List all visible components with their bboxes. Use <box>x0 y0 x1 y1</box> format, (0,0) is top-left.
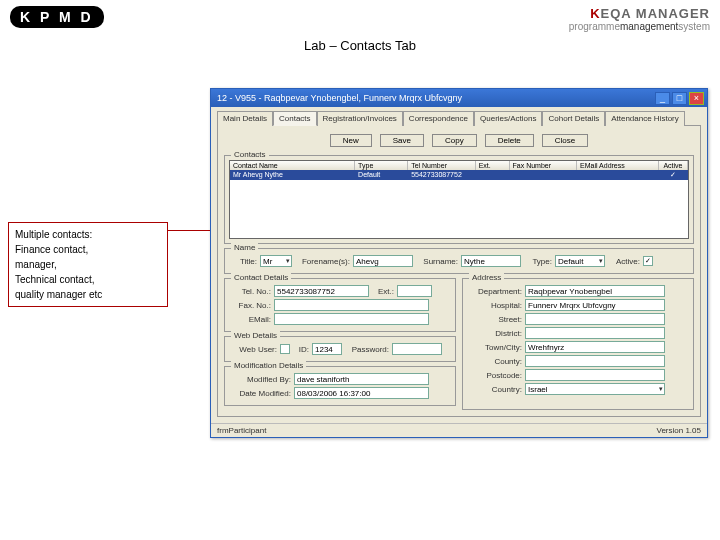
modification-fieldset: Modification Details Modified By:dave st… <box>224 366 456 406</box>
title-select[interactable]: Mr <box>260 255 292 267</box>
statusbar: frmParticipant Version 1.05 <box>211 423 707 437</box>
minimize-icon[interactable]: _ <box>655 92 670 105</box>
contacts-fieldset: Contacts Contact Name Type Tel Number Ex… <box>224 155 694 244</box>
ext-input[interactable] <box>397 285 432 297</box>
col-type[interactable]: Type <box>355 161 408 170</box>
contacts-grid[interactable]: Contact Name Type Tel Number Ext. Fax Nu… <box>229 160 689 239</box>
copy-button[interactable]: Copy <box>432 134 477 147</box>
window-title: 12 - V955 - Raqbpevar Ynobengbel, Funner… <box>214 93 653 103</box>
email-input[interactable] <box>274 313 429 325</box>
maximize-icon[interactable]: □ <box>672 92 687 105</box>
id-input[interactable]: 1234 <box>312 343 342 355</box>
status-form-name: frmParticipant <box>217 426 266 435</box>
fax-input[interactable] <box>274 299 429 311</box>
close-icon[interactable]: × <box>689 92 704 105</box>
app-window: 12 - V955 - Raqbpevar Ynobengbel, Funner… <box>210 88 708 438</box>
modifiedby-input: dave staniforth <box>294 373 429 385</box>
col-ext[interactable]: Ext. <box>476 161 510 170</box>
forename-input[interactable]: Ahevg <box>353 255 413 267</box>
postcode-input[interactable] <box>525 369 665 381</box>
col-tel[interactable]: Tel Number <box>408 161 475 170</box>
datemodified-input: 08/03/2006 16:37:00 <box>294 387 429 399</box>
close-button[interactable]: Close <box>542 134 588 147</box>
hospital-input[interactable]: Funnerv Mrqrx Ubfcvgny <box>525 299 665 311</box>
kpmd-logo: K P M D <box>10 6 104 28</box>
address-fieldset: Address Department:Raqbpevar Ynobengbel … <box>462 278 694 410</box>
tab-queries[interactable]: Queries/Actions <box>474 111 542 126</box>
town-input[interactable]: Wrehfnyrz <box>525 341 665 353</box>
country-select[interactable]: Israel <box>525 383 665 395</box>
tab-cohort[interactable]: Cohort Details <box>542 111 605 126</box>
save-button[interactable]: Save <box>380 134 424 147</box>
col-contact-name[interactable]: Contact Name <box>230 161 355 170</box>
delete-button[interactable]: Delete <box>485 134 534 147</box>
county-input[interactable] <box>525 355 665 367</box>
department-input[interactable]: Raqbpevar Ynobengbel <box>525 285 665 297</box>
tab-contacts[interactable]: Contacts <box>273 111 317 126</box>
brand-block: KEQA MANAGER programmemanagementsystem <box>569 6 710 32</box>
tab-main-details[interactable]: Main Details <box>217 111 273 126</box>
col-fax[interactable]: Fax Number <box>510 161 577 170</box>
tab-correspondence[interactable]: Correspondence <box>403 111 474 126</box>
contact-details-fieldset: Contact Details Tel. No.:5542733087752Ex… <box>224 278 456 332</box>
status-version: Version 1.05 <box>657 426 701 435</box>
titlebar[interactable]: 12 - V955 - Raqbpevar Ynobengbel, Funner… <box>211 89 707 107</box>
tab-strip: Main Details Contacts Registration/Invoi… <box>217 110 701 125</box>
col-active[interactable]: Active <box>659 161 688 170</box>
active-checkbox[interactable]: ✓ <box>643 256 653 266</box>
col-email[interactable]: EMail Address <box>577 161 659 170</box>
name-fieldset: Name Title: Mr Forename(s): Ahevg Surnam… <box>224 248 694 274</box>
tab-registration[interactable]: Registration/Invoices <box>317 111 403 126</box>
webuser-checkbox[interactable] <box>280 344 290 354</box>
password-input[interactable] <box>392 343 442 355</box>
district-input[interactable] <box>525 327 665 339</box>
type-select[interactable]: Default <box>555 255 605 267</box>
callout-box: Multiple contacts: Finance contact, mana… <box>8 222 168 307</box>
tel-input[interactable]: 5542733087752 <box>274 285 369 297</box>
table-row[interactable]: Mr Ahevg Nythe Default 5542733087752 ✓ <box>230 170 688 180</box>
new-button[interactable]: New <box>330 134 372 147</box>
web-fieldset: Web Details Web User:ID:1234Password: <box>224 336 456 362</box>
surname-input[interactable]: Nythe <box>461 255 521 267</box>
toolbar: New Save Copy Delete Close <box>224 134 694 147</box>
street-input[interactable] <box>525 313 665 325</box>
page-title: Lab – Contacts Tab <box>0 38 720 53</box>
tab-attendance[interactable]: Attendance History <box>605 111 685 126</box>
